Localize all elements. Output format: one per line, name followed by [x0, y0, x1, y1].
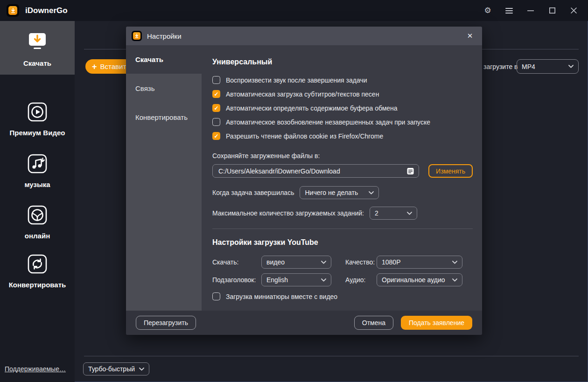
checkbox-row-clipboard-detect[interactable]: ✓ Автоматически определять содержимое бу… — [212, 104, 473, 112]
sidebar-item-label: Скачать — [23, 59, 51, 67]
speed-select-value: Турбо-быстрый — [88, 365, 135, 373]
cancel-button[interactable]: Отмена — [354, 316, 393, 330]
youtube-row-2: Подзаголовок: English Аудио: Оригинально… — [212, 273, 473, 286]
checkbox-label: Автоматически определять содержимое буфе… — [226, 104, 398, 112]
max-tasks-select[interactable]: 2 — [370, 207, 417, 220]
sidebar-item-label: Премиум Видео — [10, 129, 65, 137]
dialog-header: Настройки ✕ — [126, 27, 482, 45]
chevron-down-icon — [452, 278, 457, 282]
sidebar-item-label: онлайн — [25, 232, 50, 240]
checkbox-label: Автоматическое возобновление незавершенн… — [226, 118, 430, 126]
max-tasks-value: 2 — [375, 209, 378, 217]
general-section-heading: Универсальный — [212, 58, 473, 66]
apply-button[interactable]: Подать заявление — [401, 316, 472, 330]
download-to-label: загрузите в — [483, 63, 518, 70]
check-icon: ✓ — [214, 91, 218, 97]
change-path-button[interactable]: Изменять — [428, 164, 473, 178]
speed-mode-select[interactable]: Турбо-быстрый — [83, 362, 149, 375]
sidebar: Скачать Премиум Видео музыка — [0, 21, 75, 382]
checkbox-row-thumbnail[interactable]: ✓ Загрузка миниатюры вместе с видео — [212, 292, 473, 300]
chevron-down-icon — [321, 278, 326, 282]
check-icon: ✓ — [214, 105, 218, 111]
chevron-down-icon — [139, 368, 144, 371]
checkbox[interactable]: ✓ — [212, 132, 220, 140]
close-button[interactable] — [566, 4, 581, 18]
yt-audio-label: Аудио: — [345, 276, 377, 284]
tab-convert[interactable]: Конвертировать — [126, 103, 202, 132]
sidebar-item-premium-video[interactable]: Премиум Видео — [0, 101, 75, 148]
checkbox-row-read-cookies[interactable]: ✓ Разрешить чтение файлов cookie из Fire… — [212, 132, 473, 140]
checkbox[interactable]: ✓ — [212, 104, 220, 112]
checkbox-row-auto-subtitles[interactable]: ✓ Автоматическая загрузка субтитров/текс… — [212, 90, 473, 98]
task-finished-select[interactable]: Ничего не делать — [300, 186, 379, 199]
titlebar: iDownerGo ⚙ — [0, 0, 588, 21]
dialog-footer: Перезагрузить Отмена Подать заявление — [126, 311, 482, 335]
save-path-input-wrap — [212, 164, 419, 178]
minimize-button[interactable] — [523, 4, 539, 18]
chevron-down-icon — [321, 261, 326, 264]
sidebar-item-online[interactable]: онлайн — [0, 204, 75, 251]
chevron-down-icon — [568, 65, 574, 68]
yt-subtitle-select[interactable]: English — [261, 273, 331, 286]
titlebar-controls: ⚙ — [480, 4, 581, 18]
sidebar-item-convert[interactable]: Конвертировать — [0, 253, 75, 300]
yt-quality-value: 1080P — [382, 258, 400, 266]
tab-connection[interactable]: Связь — [126, 74, 202, 103]
dialog-content: Универсальный ✓ Воспроизвести звук после… — [202, 45, 482, 311]
settings-dialog: Настройки ✕ Скачать Связь Конвертировать… — [126, 27, 482, 335]
section-divider — [212, 229, 473, 229]
yt-download-label: Скачать: — [212, 258, 261, 266]
download-monitor-icon — [25, 29, 49, 55]
checkbox[interactable]: ✓ — [212, 292, 220, 300]
maximize-button[interactable] — [544, 4, 560, 18]
checkbox[interactable]: ✓ — [212, 118, 220, 126]
youtube-section-heading: Настройки загрузки YouTube — [212, 238, 473, 247]
sidebar-item-label: Конвертировать — [9, 281, 66, 289]
settings-gear-icon[interactable]: ⚙ — [480, 4, 496, 18]
save-path-input[interactable] — [218, 167, 403, 175]
max-tasks-label: Максимальное количество загружаемых зада… — [212, 209, 364, 217]
task-finished-row: Когда задача завершилась Ничего не делат… — [212, 186, 473, 199]
app-logo-icon — [132, 31, 142, 41]
sidebar-item-music[interactable]: музыка — [0, 153, 75, 200]
checkbox[interactable]: ✓ — [212, 76, 220, 84]
app-logo-icon — [7, 4, 19, 17]
chevron-down-icon — [369, 191, 374, 194]
window-title: iDownerGo — [25, 6, 68, 15]
checkbox-label: Автоматическая загрузка субтитров/тексто… — [226, 90, 379, 98]
music-download-icon — [27, 153, 48, 176]
app-window: { "titlebar": { "title": "iDownerGo" }, … — [0, 0, 588, 382]
checkbox-label: Воспроизвести звук после завершения зада… — [226, 76, 367, 84]
yt-download-select[interactable]: видео — [261, 256, 331, 269]
yt-download-value: видео — [266, 258, 285, 266]
dialog-tab-column: Скачать Связь Конвертировать — [126, 45, 202, 311]
youtube-row-1: Скачать: видео Качество: 1080P — [212, 256, 473, 269]
tab-download[interactable]: Скачать — [126, 45, 202, 74]
save-path-row: Изменять — [212, 164, 473, 178]
format-select[interactable]: MP4 — [517, 59, 579, 74]
globe-icon — [27, 204, 48, 228]
chevron-down-icon — [452, 261, 457, 264]
format-select-value: MP4 — [522, 63, 535, 70]
folder-file-icon[interactable] — [406, 167, 414, 175]
yt-subtitle-value: English — [266, 276, 288, 284]
menu-hamburger-icon[interactable] — [501, 4, 517, 18]
yt-quality-label: Качество: — [345, 258, 377, 266]
checkbox-row-auto-resume[interactable]: ✓ Автоматическое возобновление незаверше… — [212, 118, 473, 126]
main-bottom-divider — [84, 356, 579, 356]
dialog-close-icon[interactable]: ✕ — [463, 29, 476, 42]
premium-video-icon — [27, 101, 48, 125]
yt-subtitle-label: Подзаголовок: — [212, 276, 261, 284]
reload-button[interactable]: Перезагрузить — [136, 316, 196, 330]
dialog-body: Скачать Связь Конвертировать Универсальн… — [126, 45, 482, 311]
sidebar-item-label: музыка — [24, 181, 50, 188]
supported-sites-link[interactable]: Поддерживаемые… — [5, 365, 66, 373]
check-icon: ✓ — [214, 133, 218, 139]
yt-quality-select[interactable]: 1080P — [377, 256, 462, 269]
yt-audio-select[interactable]: Оригинальное аудио — [377, 273, 462, 286]
checkbox[interactable]: ✓ — [212, 90, 220, 98]
sidebar-item-download[interactable]: Скачать — [0, 21, 75, 75]
checkbox-row-play-sound[interactable]: ✓ Воспроизвести звук после завершения за… — [212, 76, 473, 84]
paste-button-label: Вставить — [100, 63, 130, 70]
plus-icon: + — [92, 63, 97, 71]
